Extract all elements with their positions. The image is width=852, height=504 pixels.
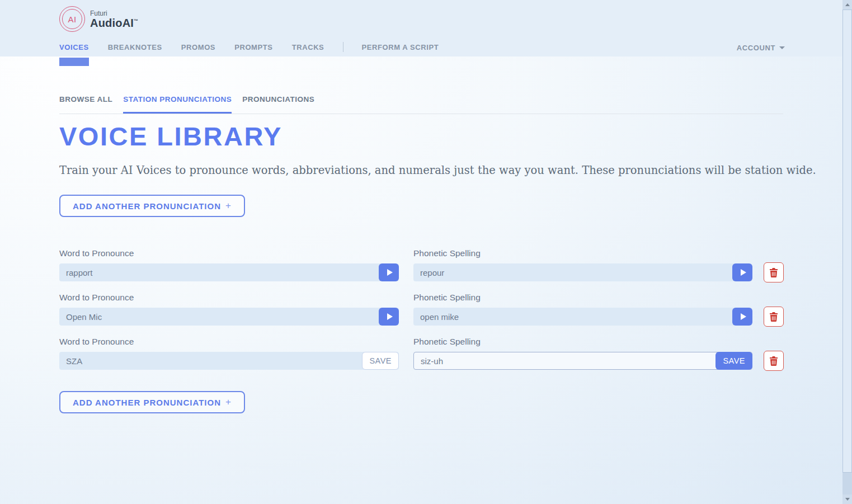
word-input[interactable]: [59, 263, 399, 281]
word-input[interactable]: [59, 352, 399, 370]
pronunciation-row: Word to Pronounce Phonetic Spelling: [59, 293, 842, 326]
play-word-button[interactable]: [379, 308, 399, 326]
phonetic-column: Phonetic Spelling SAVE: [413, 337, 752, 370]
play-phonetic-button[interactable]: [732, 308, 752, 326]
brand-logo-icon: AI: [59, 6, 85, 32]
brand-name-bottom: AudioAI™: [90, 17, 138, 29]
word-field-group: [59, 308, 399, 326]
nav-item-prompts[interactable]: PROMPTS: [234, 43, 272, 51]
ai-circle-icon: AI: [62, 9, 82, 29]
save-word-button[interactable]: SAVE: [362, 352, 399, 370]
delete-column: [764, 293, 784, 326]
phonetic-input[interactable]: [413, 263, 752, 281]
tab-station-pronunciations[interactable]: STATION PRONUNCIATIONS: [123, 95, 232, 114]
play-icon: [387, 313, 393, 320]
nav-divider: [343, 42, 343, 52]
phonetic-field-group: [413, 263, 752, 281]
vertical-scrollbar[interactable]: [842, 0, 852, 504]
word-label: Word to Pronounce: [59, 293, 399, 303]
phonetic-column: Phonetic Spelling: [413, 293, 752, 326]
app-header: AI Futuri AudioAI™ VOICES BREAKNOTES PRO…: [0, 0, 852, 56]
phonetic-field-group: [413, 308, 752, 326]
add-pronunciation-button-bottom[interactable]: ADD ANOTHER PRONUNCIATION +: [59, 391, 245, 413]
save-phonetic-button[interactable]: SAVE: [716, 352, 752, 370]
sub-tabs: BROWSE ALL STATION PRONUNCIATIONS PRONUN…: [59, 95, 783, 114]
trademark-symbol: ™: [134, 18, 138, 23]
word-label: Word to Pronounce: [59, 337, 399, 347]
add-pronunciation-label: ADD ANOTHER PRONUNCIATION: [73, 201, 221, 211]
account-label: ACCOUNT: [737, 44, 775, 52]
pronunciation-row: Word to Pronounce Phonetic Spelling: [59, 248, 842, 281]
phonetic-input[interactable]: [413, 352, 752, 370]
word-label: Word to Pronounce: [59, 248, 399, 258]
word-column: Word to Pronounce SAVE: [59, 337, 399, 370]
pronunciation-row: Word to Pronounce SAVE Phonetic Spelling…: [59, 337, 842, 370]
brand-name-top: Futuri: [90, 10, 138, 17]
scroll-up-arrow[interactable]: [842, 0, 852, 10]
add-pronunciation-button-top[interactable]: ADD ANOTHER PRONUNCIATION +: [59, 195, 245, 217]
phonetic-field-group: SAVE: [413, 352, 752, 370]
tab-pronunciations[interactable]: PRONUNCIATIONS: [242, 95, 314, 114]
chevron-down-icon: [779, 46, 785, 49]
play-phonetic-button[interactable]: [732, 263, 752, 281]
phonetic-label: Phonetic Spelling: [413, 337, 752, 347]
phonetic-column: Phonetic Spelling: [413, 248, 752, 281]
nav-item-tracks[interactable]: TRACKS: [292, 43, 324, 51]
nav-item-breaknotes[interactable]: BREAKNOTES: [108, 43, 162, 51]
play-icon: [387, 269, 393, 276]
brand-name-main: AudioAI: [90, 17, 134, 29]
play-word-button[interactable]: [379, 263, 399, 281]
play-icon: [741, 269, 746, 276]
pronunciation-rows: Word to Pronounce Phonetic Spelling: [59, 248, 842, 413]
arrow-down-icon: [845, 498, 850, 501]
nav-item-promos[interactable]: PROMOS: [181, 43, 215, 51]
active-nav-indicator: [59, 58, 89, 66]
trash-icon: [769, 356, 778, 366]
brand-logo[interactable]: AI Futuri AudioAI™: [59, 6, 138, 32]
main-nav: VOICES BREAKNOTES PROMOS PROMPTS TRACKS …: [59, 42, 458, 52]
main-content: BROWSE ALL STATION PRONUNCIATIONS PRONUN…: [0, 95, 842, 413]
word-input[interactable]: [59, 308, 399, 326]
word-column: Word to Pronounce: [59, 248, 399, 281]
trash-icon: [769, 312, 778, 322]
add-pronunciation-label: ADD ANOTHER PRONUNCIATION: [73, 398, 221, 407]
plus-icon: +: [225, 200, 232, 211]
play-icon: [741, 313, 746, 320]
nav-item-voices[interactable]: VOICES: [59, 43, 89, 51]
word-field-group: [59, 263, 399, 281]
delete-row-button[interactable]: [764, 262, 784, 282]
plus-icon: +: [225, 397, 232, 408]
scrollbar-thumb[interactable]: [842, 10, 852, 473]
brand-logo-text: Futuri AudioAI™: [90, 10, 138, 29]
delete-column: [764, 248, 784, 281]
tab-browse-all[interactable]: BROWSE ALL: [59, 95, 112, 114]
phonetic-label: Phonetic Spelling: [413, 248, 752, 258]
scroll-down-arrow[interactable]: [842, 494, 852, 504]
word-field-group: SAVE: [59, 352, 399, 370]
nav-item-perform-a-script[interactable]: PERFORM A SCRIPT: [361, 43, 439, 51]
trash-icon: [769, 268, 778, 277]
delete-row-button[interactable]: [764, 351, 784, 371]
phonetic-label: Phonetic Spelling: [413, 293, 752, 303]
delete-row-button[interactable]: [764, 307, 784, 327]
page-description: Train your AI Voices to pronounce words,…: [59, 164, 842, 177]
arrow-up-icon: [845, 3, 850, 6]
delete-column: [764, 337, 784, 370]
account-menu[interactable]: ACCOUNT: [737, 44, 785, 52]
phonetic-input[interactable]: [413, 308, 752, 326]
page-title: VOICE LIBRARY: [59, 121, 842, 152]
word-column: Word to Pronounce: [59, 293, 399, 326]
